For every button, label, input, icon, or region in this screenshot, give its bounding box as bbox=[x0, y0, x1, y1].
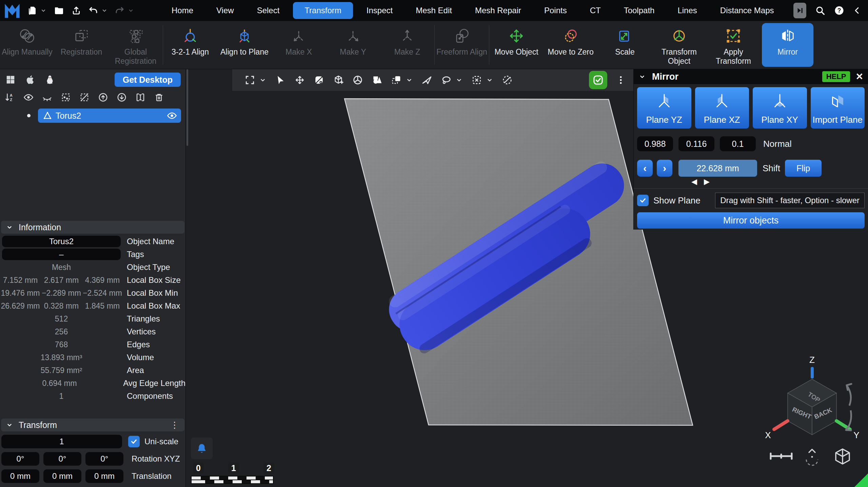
flip-button[interactable]: Flip bbox=[785, 160, 822, 177]
box-deselect-icon[interactable] bbox=[471, 75, 482, 85]
object-item-torus2[interactable]: Torus2 bbox=[38, 109, 181, 123]
321-align-button[interactable]: 3-2-1 Align bbox=[163, 21, 217, 69]
notifications-button[interactable] bbox=[191, 437, 213, 459]
move-to-zero-button[interactable]: Move to Zero bbox=[544, 21, 598, 69]
shift-value-slider[interactable]: 22.628 mm bbox=[678, 160, 757, 177]
make-x-button[interactable]: Make X bbox=[272, 21, 326, 69]
translation-z-input[interactable]: 0 mm bbox=[85, 469, 123, 483]
confirm-button[interactable] bbox=[589, 71, 607, 89]
rotate-view-arrows[interactable] bbox=[846, 384, 851, 430]
rotation-y-input[interactable]: 0° bbox=[43, 452, 81, 466]
undo-button[interactable] bbox=[88, 5, 108, 16]
information-section-header[interactable]: Information bbox=[1, 221, 184, 234]
chevron-down-icon[interactable] bbox=[455, 76, 463, 84]
make-y-button[interactable]: Make Y bbox=[326, 21, 380, 69]
shift-increment-button[interactable]: › bbox=[657, 160, 672, 177]
rotation-x-input[interactable]: 0° bbox=[1, 452, 39, 466]
translation-x-input[interactable]: 0 mm bbox=[1, 469, 39, 483]
tab-ct[interactable]: CT bbox=[578, 0, 612, 21]
align-to-plane-button[interactable]: Align to Plane bbox=[217, 21, 272, 69]
lasso-select-icon[interactable] bbox=[441, 75, 452, 85]
search-icon[interactable] bbox=[815, 5, 825, 16]
clear-selection-icon[interactable] bbox=[502, 75, 513, 85]
open-folder-button[interactable] bbox=[54, 5, 64, 16]
shift-drag-handles[interactable]: ◀▶ bbox=[691, 177, 865, 185]
sidebar-scrollbar[interactable] bbox=[186, 69, 188, 146]
z-axis-handle[interactable] bbox=[811, 367, 814, 378]
bounding-box-icon[interactable] bbox=[836, 449, 849, 464]
tab-view[interactable]: View bbox=[205, 0, 245, 21]
hide-all-eye-closed-icon[interactable] bbox=[42, 92, 52, 102]
frame-view-icon[interactable] bbox=[244, 75, 255, 85]
tab-select[interactable]: Select bbox=[245, 0, 291, 21]
panel-toggle-button[interactable] bbox=[793, 3, 806, 18]
apple-icon[interactable] bbox=[25, 75, 35, 85]
add-mesh-icon[interactable] bbox=[333, 75, 344, 85]
chevron-down-icon[interactable] bbox=[638, 73, 646, 80]
tab-distance-maps[interactable]: Distance Maps bbox=[709, 0, 786, 21]
rotation-z-input[interactable]: 0° bbox=[85, 452, 123, 466]
orbit-icon[interactable] bbox=[352, 75, 363, 85]
delete-trash-icon[interactable] bbox=[154, 92, 164, 102]
tab-points[interactable]: Points bbox=[533, 0, 578, 21]
linux-icon[interactable] bbox=[45, 75, 55, 85]
rename-icon[interactable] bbox=[135, 92, 145, 102]
drag-left-icon[interactable]: ◀ bbox=[691, 177, 697, 185]
shift-decrement-button[interactable]: ‹ bbox=[637, 160, 653, 177]
navigation-cube[interactable]: TOP RIGHT BACK Z X Y bbox=[761, 353, 863, 468]
move-up-icon[interactable] bbox=[98, 92, 108, 102]
redo-button[interactable] bbox=[115, 5, 134, 16]
tab-mesh-repair[interactable]: Mesh Repair bbox=[463, 0, 533, 21]
pan-move-icon[interactable] bbox=[294, 75, 305, 85]
center-view-icon[interactable] bbox=[806, 449, 818, 465]
tab-inspect[interactable]: Inspect bbox=[355, 0, 404, 21]
chevron-down-icon[interactable] bbox=[406, 76, 413, 84]
select-all-icon[interactable] bbox=[61, 92, 71, 102]
x-axis-handle[interactable] bbox=[774, 421, 788, 429]
align-manually-button[interactable]: Align Manually bbox=[0, 21, 54, 69]
mirror-button[interactable]: Mirror bbox=[762, 23, 813, 67]
tab-toolpath[interactable]: Toolpath bbox=[612, 0, 666, 21]
new-document-button[interactable] bbox=[27, 5, 47, 16]
normal-y-input[interactable]: 0.116 bbox=[678, 136, 714, 151]
export-upload-button[interactable] bbox=[71, 5, 81, 16]
apply-transform-button[interactable]: Apply Transform bbox=[706, 21, 761, 69]
chevron-down-icon[interactable] bbox=[486, 76, 493, 84]
transform-section-header[interactable]: Transform ⋮ bbox=[1, 418, 184, 431]
visibility-eye-icon[interactable] bbox=[167, 111, 177, 121]
sort-az-icon[interactable]: AZ bbox=[5, 92, 15, 102]
translation-y-input[interactable]: 0 mm bbox=[43, 469, 81, 483]
show-all-eye-icon[interactable] bbox=[23, 92, 34, 102]
freeform-align-button[interactable]: Freeform Align bbox=[435, 21, 489, 69]
help-badge[interactable]: HELP bbox=[822, 71, 850, 82]
chevron-down-icon[interactable] bbox=[259, 76, 267, 84]
object-name-input[interactable]: Torus2 bbox=[2, 236, 121, 247]
drag-right-icon[interactable]: ▶ bbox=[704, 177, 710, 185]
plane-xz-button[interactable]: Plane XZ bbox=[695, 87, 749, 129]
plane-yz-button[interactable]: Plane YZ bbox=[637, 87, 691, 129]
move-down-icon[interactable] bbox=[117, 92, 127, 102]
make-z-button[interactable]: Make Z bbox=[380, 21, 434, 69]
primitives-icon[interactable] bbox=[372, 75, 382, 85]
show-plane-checkbox[interactable] bbox=[637, 195, 649, 206]
scale-value-input[interactable]: 1 bbox=[1, 435, 122, 448]
plane-cut-icon[interactable] bbox=[421, 75, 432, 85]
more-options-icon[interactable] bbox=[616, 75, 626, 85]
normal-x-input[interactable]: 0.988 bbox=[637, 136, 673, 151]
normal-z-input[interactable]: 0.1 bbox=[720, 136, 756, 151]
display-settings-icon[interactable] bbox=[314, 75, 324, 85]
close-icon[interactable]: ✕ bbox=[855, 71, 863, 82]
move-object-button[interactable]: Move Object bbox=[489, 21, 544, 69]
windows-icon[interactable] bbox=[5, 75, 16, 85]
collapse-left-icon[interactable] bbox=[853, 6, 861, 15]
transform-menu-icon[interactable]: ⋮ bbox=[170, 420, 179, 430]
tab-transform[interactable]: Transform bbox=[293, 2, 353, 19]
plane-xy-button[interactable]: Plane XY bbox=[753, 87, 807, 129]
help-icon[interactable]: ? bbox=[834, 5, 844, 16]
select-cursor-icon[interactable] bbox=[275, 75, 286, 85]
deselect-all-icon[interactable] bbox=[79, 92, 90, 102]
tab-mesh-edit[interactable]: Mesh Edit bbox=[404, 0, 463, 21]
duplicate-icon[interactable] bbox=[391, 75, 402, 85]
measure-tool-icon[interactable] bbox=[771, 453, 792, 459]
tab-home[interactable]: Home bbox=[160, 0, 205, 21]
